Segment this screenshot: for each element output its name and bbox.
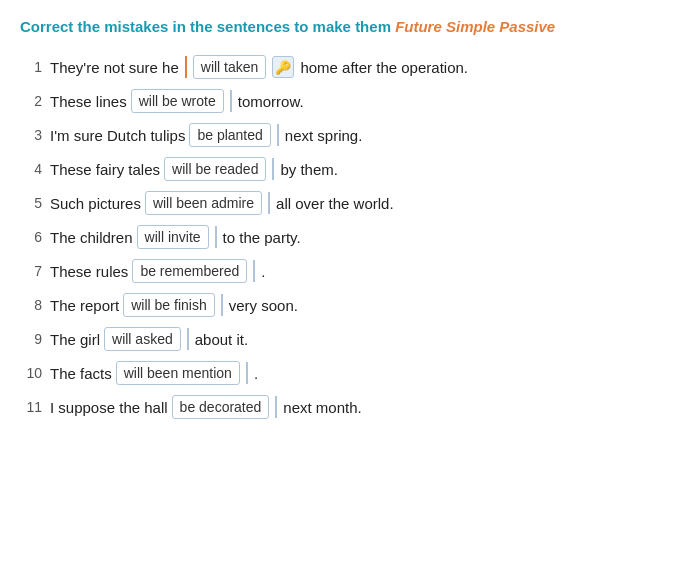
answer-box[interactable]: be decorated <box>172 395 270 419</box>
answer-box[interactable]: will be wrote <box>131 89 224 113</box>
page-title: Correct the mistakes in the sentences to… <box>20 16 678 37</box>
sentence-text: . <box>254 365 258 382</box>
field-separator <box>277 124 279 146</box>
sentence-row: 4These fairy tales will be readed by the… <box>20 157 678 181</box>
sentence-row: 3I'm sure Dutch tulips be planted next s… <box>20 123 678 147</box>
row-number: 11 <box>20 399 42 415</box>
sentence-text: by them. <box>280 161 338 178</box>
field-separator <box>275 396 277 418</box>
row-number: 2 <box>20 93 42 109</box>
key-icon[interactable]: 🔑 <box>272 56 294 78</box>
sentence-text: . <box>261 263 265 280</box>
field-separator <box>272 158 274 180</box>
sentence-text: next month. <box>283 399 361 416</box>
answer-box[interactable]: will been admire <box>145 191 262 215</box>
sentence-text: next spring. <box>285 127 363 144</box>
sentence-text: very soon. <box>229 297 298 314</box>
row-number: 8 <box>20 297 42 313</box>
sentence-text: about it. <box>195 331 248 348</box>
row-number: 6 <box>20 229 42 245</box>
row-number: 10 <box>20 365 42 381</box>
sentence-text: They're not sure he <box>50 59 179 76</box>
answer-box[interactable]: will been mention <box>116 361 240 385</box>
answer-box[interactable]: be remembered <box>132 259 247 283</box>
answer-box[interactable]: will be finish <box>123 293 214 317</box>
field-separator <box>246 362 248 384</box>
row-number: 4 <box>20 161 42 177</box>
row-number: 1 <box>20 59 42 75</box>
sentence-text: The girl <box>50 331 100 348</box>
sentence-text: The children <box>50 229 133 246</box>
field-separator <box>253 260 255 282</box>
sentence-row: 5Such pictures will been admire all over… <box>20 191 678 215</box>
title-italic: Future Simple Passive <box>395 18 555 35</box>
sentence-text: all over the world. <box>276 195 394 212</box>
sentence-text: I'm sure Dutch tulips <box>50 127 185 144</box>
sentence-text: tomorrow. <box>238 93 304 110</box>
answer-box[interactable]: will asked <box>104 327 181 351</box>
answer-box[interactable]: be planted <box>189 123 270 147</box>
sentence-row: 2These lines will be wrote tomorrow. <box>20 89 678 113</box>
sentence-text: These lines <box>50 93 127 110</box>
error-separator <box>185 56 187 78</box>
sentence-text: Such pictures <box>50 195 141 212</box>
sentence-text: home after the operation. <box>300 59 468 76</box>
title-static: Correct the mistakes in the sentences to… <box>20 18 395 35</box>
sentence-text: The report <box>50 297 119 314</box>
field-separator <box>215 226 217 248</box>
sentence-text: I suppose the hall <box>50 399 168 416</box>
row-number: 7 <box>20 263 42 279</box>
sentence-row: 9The girl will asked about it. <box>20 327 678 351</box>
sentence-text: These fairy tales <box>50 161 160 178</box>
sentence-row: 6The children will invite to the party. <box>20 225 678 249</box>
row-number: 3 <box>20 127 42 143</box>
sentence-text: to the party. <box>223 229 301 246</box>
answer-box[interactable]: will taken <box>193 55 267 79</box>
field-separator <box>221 294 223 316</box>
sentences-container: 1They're not sure he will taken🔑 home af… <box>20 55 678 419</box>
row-number: 5 <box>20 195 42 211</box>
row-number: 9 <box>20 331 42 347</box>
page-container: Correct the mistakes in the sentences to… <box>20 16 678 419</box>
sentence-row: 11I suppose the hall be decorated next m… <box>20 395 678 419</box>
field-separator <box>268 192 270 214</box>
sentence-row: 7These rules be remembered . <box>20 259 678 283</box>
sentence-row: 8The report will be finish very soon. <box>20 293 678 317</box>
sentence-text: These rules <box>50 263 128 280</box>
answer-box[interactable]: will invite <box>137 225 209 249</box>
sentence-row: 10The facts will been mention . <box>20 361 678 385</box>
sentence-text: The facts <box>50 365 112 382</box>
field-separator <box>230 90 232 112</box>
sentence-row: 1They're not sure he will taken🔑 home af… <box>20 55 678 79</box>
answer-box[interactable]: will be readed <box>164 157 266 181</box>
field-separator <box>187 328 189 350</box>
